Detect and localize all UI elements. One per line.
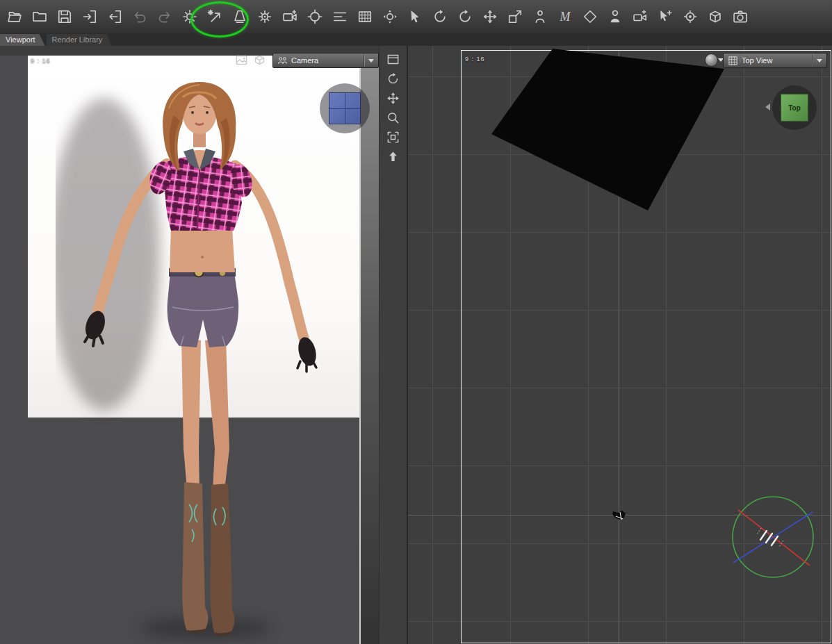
backdrop-side-wall (361, 56, 379, 644)
scene-pane-button[interactable] (384, 51, 402, 67)
cube-add-icon (708, 9, 723, 24)
cursor-star-icon (658, 9, 673, 24)
node-selection-tool-button[interactable] (405, 7, 425, 27)
rotation-gizmo[interactable] (733, 497, 813, 577)
pane-icon (386, 53, 400, 66)
frame-icon (386, 131, 400, 144)
top-view-scene (408, 46, 832, 644)
orbit-view-button[interactable] (384, 71, 402, 86)
redo-button[interactable] (154, 7, 174, 27)
draw-style-icon[interactable] (253, 53, 266, 67)
main-toolbar-items: M (4, 0, 750, 33)
people-camera-icon (277, 56, 288, 66)
undo-button[interactable] (129, 7, 149, 27)
viewport-tool-column (379, 46, 407, 644)
smart-selection-tool-button[interactable] (655, 7, 675, 27)
backdrop-plane-top-view[interactable] (491, 49, 724, 210)
camera-plus-icon (633, 9, 648, 24)
camera-viewport[interactable]: 9 : 16 Camera (0, 46, 407, 644)
render-checker-icon (357, 9, 373, 24)
figure-tool-button[interactable] (605, 7, 625, 27)
rotate-icon (457, 9, 473, 24)
rotate-icon (386, 72, 400, 85)
active-rotate-tool-button[interactable] (455, 7, 475, 27)
scale-icon (507, 9, 523, 24)
universal-manipulator-button[interactable] (380, 7, 400, 27)
chevron-down-icon[interactable] (368, 59, 374, 63)
view-cube-left-arrow[interactable] (765, 104, 770, 110)
translate-tool-button[interactable] (480, 7, 500, 27)
view-cube-face[interactable] (329, 92, 361, 124)
create-distant-light-button[interactable] (204, 7, 225, 27)
open-button[interactable] (4, 7, 24, 27)
create-linear-point-light-button[interactable] (254, 7, 275, 27)
pose-icon (532, 9, 548, 24)
chevron-down-icon[interactable] (817, 59, 822, 63)
grid-icon (728, 56, 738, 66)
diamond-icon (582, 9, 598, 24)
zoom-view-button[interactable] (384, 110, 402, 125)
pan-view-button[interactable] (384, 90, 402, 106)
light-spot-icon (232, 9, 247, 24)
photo-camera-icon (733, 9, 748, 24)
import-button[interactable] (79, 7, 99, 27)
light-gear-icon (257, 9, 272, 24)
camera-view-tool-button[interactable] (630, 7, 650, 27)
zoom-icon (386, 111, 400, 124)
view-cube-label: Top (788, 104, 801, 112)
render-frame-button[interactable] (730, 7, 750, 27)
floating-view-cube[interactable] (320, 83, 370, 133)
letter-m-icon: M (557, 9, 573, 24)
light-point-icon (182, 9, 197, 24)
create-point-light-button[interactable] (179, 7, 199, 27)
create-primitive-button[interactable] (705, 7, 725, 27)
dropdown-separator (364, 55, 365, 66)
translate-icon (482, 9, 498, 24)
aim-camera-button[interactable] (304, 7, 325, 27)
save-button[interactable] (54, 7, 74, 27)
render-button[interactable] (354, 7, 375, 27)
camera-create-icon (282, 9, 297, 24)
universal-icon (382, 9, 398, 24)
light-distant-icon (207, 9, 222, 24)
scale-tool-button[interactable] (505, 7, 525, 27)
tab-viewport[interactable]: Viewport (0, 34, 45, 46)
open-recent-button[interactable] (29, 7, 49, 27)
character-top-view-marker[interactable] (612, 511, 626, 520)
view-cube-widget[interactable]: Top (772, 85, 817, 130)
export-icon (107, 9, 122, 24)
top-view-viewport[interactable]: 9 : 16 Top View Top (408, 46, 832, 644)
svg-text:M: M (559, 10, 571, 24)
view-sphere-widget[interactable] (705, 53, 718, 67)
translate-icon (386, 92, 400, 105)
tab-render-library[interactable]: Render Library (47, 34, 113, 46)
render-preview-icon[interactable] (235, 53, 248, 67)
view-selector-dropdown[interactable]: Top View (723, 53, 827, 68)
character-render (56, 60, 334, 643)
person-icon (607, 9, 623, 24)
aspect-ratio-label: 9 : 16 (31, 57, 51, 64)
cursor-icon (407, 9, 423, 24)
redo-icon (157, 9, 172, 24)
geometry-selection-tool-button[interactable] (580, 7, 600, 27)
frame-view-button[interactable] (384, 129, 402, 145)
gear-ball-icon (683, 9, 698, 24)
aspect-ratio-label: 9 : 16 (465, 56, 485, 63)
pane-tab-bar: ViewportRender Library (0, 33, 832, 46)
camera-selector-dropdown[interactable]: Camera (272, 53, 379, 68)
target-icon (307, 9, 323, 24)
align-icon (332, 9, 348, 24)
export-button[interactable] (104, 7, 124, 27)
pose-tool-button[interactable] (530, 7, 550, 27)
rotate-view-tool-button[interactable] (430, 7, 450, 27)
surface-selection-tool-button[interactable]: M (555, 7, 575, 27)
undo-icon (132, 9, 147, 24)
view-cube-top-face[interactable]: Top (781, 94, 808, 122)
reset-view-button[interactable] (384, 149, 402, 164)
sphere-gizmo-tool-button[interactable] (680, 7, 700, 27)
import-icon (82, 9, 97, 24)
viewport-split: 9 : 16 Camera (0, 46, 832, 644)
create-spotlight-button[interactable] (229, 7, 250, 27)
create-camera-button[interactable] (279, 7, 300, 27)
scene-align-button[interactable] (329, 7, 350, 27)
